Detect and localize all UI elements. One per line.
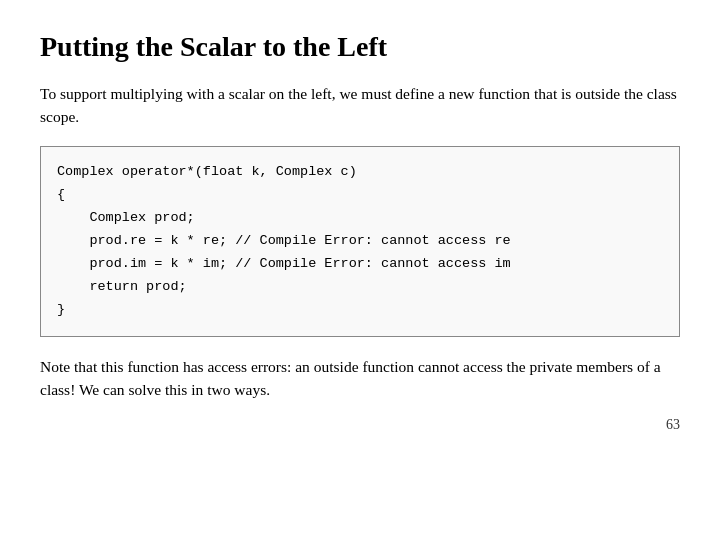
page-number: 63 [40, 417, 680, 433]
footer-paragraph: Note that this function has access error… [40, 355, 680, 402]
slide-title: Putting the Scalar to the Left [40, 30, 680, 64]
intro-paragraph: To support multiplying with a scalar on … [40, 82, 680, 129]
code-block: Complex operator*(float k, Complex c) { … [40, 146, 680, 337]
